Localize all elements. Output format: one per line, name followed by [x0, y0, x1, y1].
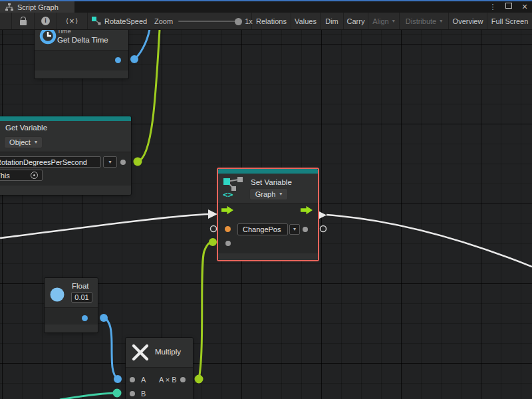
wire-end-dot[interactable]: [130, 55, 138, 63]
wire-end-dot[interactable]: [195, 375, 203, 384]
code-preview-button[interactable]: [57, 13, 88, 29]
node-set-variable-selected[interactable]: <> Set Variable Graph ChangePos: [217, 168, 319, 261]
lock-button[interactable]: [12, 13, 35, 29]
node-header: Get Variable Object: [0, 121, 131, 152]
button-label: Values: [295, 17, 317, 25]
variable-header-strip: [218, 169, 318, 174]
variable-scope-dropdown[interactable]: Graph: [249, 188, 288, 200]
maximize-icon[interactable]: [504, 1, 513, 13]
output-port[interactable]: [120, 160, 126, 165]
variable-name-field[interactable]: RotationDegreesPerSecond: [0, 156, 101, 168]
fallback-input-port[interactable]: [225, 241, 231, 246]
carry-button[interactable]: Carry: [343, 13, 368, 29]
node-body: [35, 50, 128, 71]
wire-end-dot[interactable]: [134, 158, 142, 166]
wire-flow-in[interactable]: [0, 214, 208, 238]
values-button[interactable]: Values: [291, 13, 320, 29]
input-port-b[interactable]: [130, 391, 135, 396]
node-body: [45, 307, 98, 325]
port-label-result: A × B: [159, 376, 177, 384]
variable-header-strip: [0, 116, 131, 121]
node-header: <> Set Variable Graph: [218, 174, 318, 203]
overview-button[interactable]: Overview: [448, 13, 487, 29]
script-graph-asset-icon: [92, 17, 101, 25]
toolbar-spacer: [0, 13, 12, 29]
info-icon: [41, 17, 50, 25]
multiply-icon: [132, 344, 149, 361]
node-body: RotationDegreesPerSecond This: [0, 152, 131, 186]
variable-scope-dropdown[interactable]: Object: [4, 136, 43, 148]
value-input-port[interactable]: [225, 226, 231, 232]
variable-name-field[interactable]: ChangePos: [237, 223, 288, 235]
node-multiply[interactable]: Multiply A A × B B: [126, 338, 193, 399]
node-footer: [45, 325, 98, 332]
wire-flow-out[interactable]: [327, 215, 532, 267]
zoom-slider[interactable]: [178, 21, 239, 22]
flow-input-arrow-icon[interactable]: [221, 205, 234, 215]
variable-name-dropdown[interactable]: [103, 156, 117, 168]
button-label: Full Screen: [491, 17, 529, 25]
full-screen-button[interactable]: Full Screen: [487, 13, 532, 29]
distribute-button[interactable]: Distribute: [399, 13, 448, 29]
output-port-result[interactable]: [180, 377, 186, 382]
node-set-variable[interactable]: <> Set Variable Graph ChangePos: [218, 169, 318, 260]
wire-end-dot[interactable]: [100, 314, 108, 322]
scope-label: Object: [9, 138, 31, 146]
flow-arrow-in: [208, 209, 217, 219]
node-footer: [218, 253, 318, 260]
output-port[interactable]: [82, 315, 88, 321]
output-port[interactable]: [303, 227, 308, 232]
zoom-slider-handle[interactable]: [235, 18, 242, 25]
graph-name: RotateSpeed: [88, 13, 147, 29]
zoom-value: 1x: [245, 17, 253, 25]
node-body: A A × B B: [126, 367, 193, 399]
float-icon: [50, 287, 65, 302]
node-title: Float: [72, 282, 89, 290]
unconnected-port-ring[interactable]: [321, 226, 327, 232]
node-footer: [35, 70, 128, 78]
relations-button[interactable]: Relations: [251, 13, 291, 29]
chevron-down-icon: [392, 19, 395, 24]
node-title: Get Delta Time: [57, 36, 108, 44]
flow-output-arrow-icon[interactable]: [301, 205, 313, 215]
button-label: Dim: [325, 17, 338, 25]
tab-script-graph[interactable]: Script Graph: [0, 1, 74, 13]
chevron-down-icon: [108, 160, 111, 165]
node-get-variable[interactable]: Get Variable Object RotationDegreesPerSe…: [0, 116, 131, 195]
script-graph-window: Time Get Delta Time Get Variable Object …: [0, 0, 532, 399]
node-title: Multiply: [155, 348, 181, 356]
button-label: Carry: [347, 17, 365, 25]
wire-multiply-to-setvariable[interactable]: [199, 242, 213, 379]
node-float[interactable]: Float 0.01: [45, 278, 98, 332]
kebab-menu-icon[interactable]: [488, 1, 497, 13]
wire-to-multiply-b[interactable]: [60, 393, 117, 399]
chevron-down-icon: [293, 227, 296, 232]
chevron-down-icon: [440, 19, 442, 24]
graph-hierarchy-icon: [5, 3, 13, 11]
wire-end-dot[interactable]: [209, 238, 217, 246]
unconnected-port-ring[interactable]: [211, 226, 217, 232]
tab-title: Script Graph: [17, 3, 59, 11]
node-get-delta-time[interactable]: Time Get Delta Time: [35, 25, 128, 78]
scope-label: Graph: [255, 190, 276, 198]
wire-end-dot[interactable]: [114, 375, 122, 383]
float-value-input[interactable]: 0.01: [71, 292, 92, 303]
wire-float-to-multiply-a[interactable]: [104, 318, 118, 379]
zoom-label: Zoom: [154, 17, 173, 25]
wire-getvariable-out[interactable]: [138, 29, 160, 162]
graph-name-label: RotateSpeed: [104, 17, 147, 25]
input-port-a[interactable]: [130, 377, 135, 382]
wire-end-dot[interactable]: [113, 389, 122, 398]
close-icon[interactable]: [520, 1, 529, 13]
align-button[interactable]: Align: [368, 13, 399, 29]
variable-name-dropdown[interactable]: [289, 224, 300, 235]
dim-button[interactable]: Dim: [320, 13, 343, 29]
port-label-b: B: [141, 390, 146, 398]
output-port[interactable]: [115, 57, 121, 63]
object-picker-icon[interactable]: [31, 172, 38, 179]
chevron-down-icon: [35, 140, 37, 145]
node-footer: [0, 186, 131, 195]
info-button[interactable]: [35, 13, 57, 29]
wire-deltatime-out[interactable]: [134, 29, 150, 59]
node-header: Float 0.01: [45, 278, 98, 307]
